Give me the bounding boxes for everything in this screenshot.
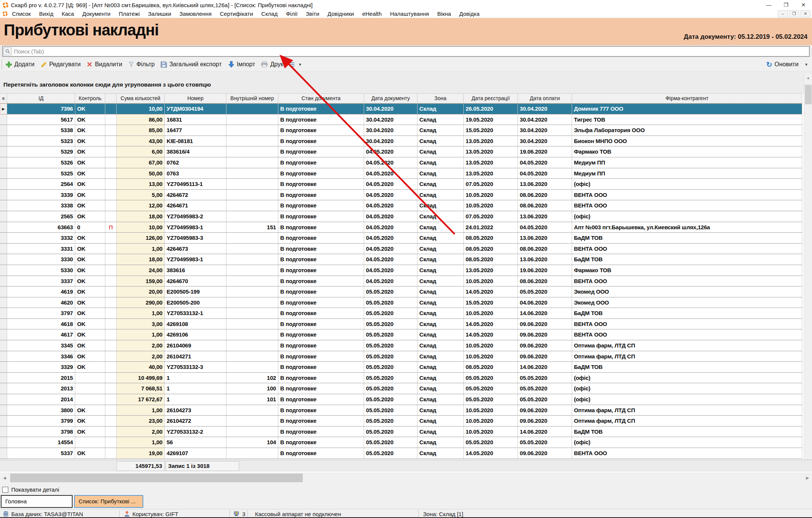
table-row[interactable]: 201417 672,671101В подготовке05.05.2020С…	[0, 394, 802, 405]
horizontal-scrollbar-thumb[interactable]	[10, 474, 303, 482]
menu-item[interactable]: Залишки	[148, 11, 172, 17]
add-button[interactable]: Додати	[6, 61, 35, 68]
vertical-scrollbar[interactable]: ▲ ▼	[804, 73, 812, 472]
table-row[interactable]: 5337OK19,004269107В подготовке05.05.2020…	[0, 448, 802, 459]
table-row[interactable]: 3331OK1,004264673В подготовке04.05.2020С…	[0, 244, 802, 254]
export-button[interactable]: Загальний експорт	[161, 61, 222, 68]
table-row[interactable]: 4618OK3,004269108В подготовке05.05.2020С…	[0, 319, 802, 330]
column-header-doc_date[interactable]: Дата документу	[364, 94, 417, 103]
table-row[interactable]: 5338OK85,0016477В подготовке30.04.2020Ск…	[0, 125, 802, 136]
refresh-button[interactable]: ↻ Оновити ▼	[766, 60, 808, 69]
cell-marker	[0, 276, 7, 286]
menu-item[interactable]: Платежі	[119, 11, 140, 17]
print-button[interactable]: Друк	[261, 61, 283, 68]
table-row[interactable]: 3330OK18,00YZ70495983-1В подготовке04.05…	[0, 254, 802, 265]
table-row[interactable]: 3800OK1,0026104273В подготовке05.05.2020…	[0, 405, 802, 416]
horizontal-scrollbar[interactable]: ◄ ►	[0, 472, 812, 483]
menu-item[interactable]: Вихід	[39, 11, 53, 17]
table-row[interactable]: 3799OK23,0026104272В подготовке05.05.202…	[0, 416, 802, 427]
edit-button[interactable]: Редагувати	[41, 61, 81, 68]
table-row[interactable]: 4620OK290,00E200505-200В подготовке05.05…	[0, 297, 802, 308]
table-row[interactable]: 4617OK1,004269106В подготовке05.05.2020С…	[0, 329, 802, 340]
menu-item[interactable]: Список	[12, 11, 31, 17]
table-row[interactable]: 4619OK20,00E200505-199В подготовке05.05.…	[0, 286, 802, 297]
menu-item[interactable]: Склад	[261, 11, 278, 17]
show-details-toggle[interactable]: Показувати деталі	[2, 486, 59, 493]
table-row[interactable]: 3329OK40,00YZ70533132-3В подготовке05.05…	[0, 362, 802, 373]
cell-internal: 104	[226, 437, 278, 448]
table-row[interactable]: 3346OK2,0026104271В подготовке05.05.2020…	[0, 351, 802, 362]
table-row[interactable]: 3345OK2,0026104069В подготовке05.05.2020…	[0, 340, 802, 351]
table-row[interactable]: 20137 068,511100В подготовке05.05.2020Ск…	[0, 383, 802, 394]
tab-list-active[interactable]: Список: Прибуткові ...	[74, 495, 143, 508]
cell-firm: ВЕНТА ООО	[572, 276, 802, 286]
table-row[interactable]: 5330OK24,00383616В подготовке04.05.2020С…	[0, 265, 802, 276]
table-row[interactable]: 2564OK13,00YZ70495113-1В подготовке04.05…	[0, 179, 802, 190]
document-date-range: Дата документу: 05.12.2019 - 05.02.2024	[684, 33, 807, 41]
menu-item[interactable]: eHealth	[362, 11, 382, 17]
menu-item[interactable]: Налаштування	[390, 11, 429, 17]
cell-reg_date: 05.05.2020	[464, 394, 518, 405]
child-restore-icon[interactable]: ❐	[789, 10, 799, 17]
table-row[interactable]: 2565OK18,00YZ70495983-2В подготовке04.05…	[0, 211, 802, 222]
menu-item[interactable]: Вікна	[437, 11, 451, 17]
toolbar-grip[interactable]	[2, 59, 3, 69]
scroll-up-icon[interactable]: ▲	[804, 73, 812, 82]
table-row[interactable]: 3798OK2,00YZ70533132-2В подготовке05.05.…	[0, 427, 802, 437]
table-row[interactable]: 3797OK1,00YZ70533132-1В подготовке05.05.…	[0, 308, 802, 319]
view-list-button[interactable]: ▼	[289, 62, 302, 67]
table-row[interactable]: 5617OK86,0016831В подготовке30.04.2020Ск…	[0, 114, 802, 125]
table-row[interactable]: 145541,0056104В подготовке05.05.2020Скла…	[0, 437, 802, 448]
menu-item[interactable]: Документи	[82, 11, 111, 17]
column-header-reg_date[interactable]: Дата реєстрації	[464, 94, 518, 103]
column-header-zone[interactable]: Зона	[417, 94, 464, 103]
column-header-internal[interactable]: Внутрішній номер	[226, 94, 278, 103]
table-row[interactable]: 5323OK43,00KIE-08181В подготовке30.04.20…	[0, 136, 802, 147]
column-header-number[interactable]: Номер	[165, 94, 226, 103]
scroll-right-icon[interactable]: ►	[803, 472, 812, 483]
child-close-icon[interactable]: ✕	[800, 10, 810, 17]
cell-control: OK	[75, 351, 105, 362]
column-header-pay_date[interactable]: Дата оплати	[518, 94, 572, 103]
column-header-marker[interactable]: ≣	[0, 94, 7, 103]
restore-icon[interactable]: ❐	[777, 2, 795, 8]
column-header-state[interactable]: Стан документа	[278, 94, 364, 103]
child-minimize-icon[interactable]: –	[778, 10, 788, 17]
tab-home[interactable]: Головна	[1, 495, 73, 508]
import-button[interactable]: Імпорт	[228, 61, 255, 68]
menu-item[interactable]: Каса	[62, 11, 74, 17]
cell-state: В подготовке	[278, 405, 364, 416]
table-row[interactable]: 5329OK6,00383616/4В подготовке04.05.2020…	[0, 146, 802, 157]
column-header-flag[interactable]	[105, 94, 117, 103]
table-row[interactable]: 5326OK67,000762В подготовке04.05.2020Скл…	[0, 157, 802, 168]
menu-item[interactable]: Довідка	[459, 11, 480, 17]
minimize-icon[interactable]: —	[760, 2, 777, 8]
table-row[interactable]: 636630П10,00YZ70495983-1151В подготовке0…	[0, 222, 802, 233]
cell-pay_date: 09.06.2020	[518, 340, 572, 351]
scroll-left-icon[interactable]: ◄	[0, 472, 9, 483]
group-by-bar[interactable]: Перетягніть заголовок колонки сюди для у…	[0, 72, 812, 93]
table-row[interactable]: 3338OK12,004264671В подготовке04.05.2020…	[0, 200, 802, 211]
delete-button[interactable]: Видалити	[87, 61, 122, 68]
checkbox-icon[interactable]	[2, 487, 8, 493]
table-row[interactable]: ▸7396OK10,00УТДМ0304194В подготовке30.04…	[0, 104, 802, 114]
menu-item[interactable]: Сертифікати	[220, 11, 253, 17]
column-header-qty[interactable]: Сума кількостей	[117, 94, 165, 103]
table-row[interactable]: 3332OK126,00YZ70495983-3В подготовке04.0…	[0, 233, 802, 244]
filter-button[interactable]: Фільтр	[128, 61, 155, 68]
menu-item[interactable]: Звіти	[306, 11, 319, 17]
column-header-control[interactable]: Контроль	[75, 94, 105, 103]
menu-item[interactable]: Довідники	[328, 11, 354, 17]
search-input[interactable]	[12, 48, 809, 55]
menu-item[interactable]: Філії	[286, 11, 297, 17]
cell-id: 3798	[7, 427, 75, 437]
vertical-scrollbar-thumb[interactable]	[805, 85, 812, 104]
column-header-id[interactable]: ІД	[7, 94, 75, 103]
table-row[interactable]: 3337OK159,004264670В подготовке04.05.202…	[0, 276, 802, 287]
menu-item[interactable]: Замовлення	[179, 11, 211, 17]
close-icon[interactable]: ✕	[795, 2, 812, 8]
table-row[interactable]: 5325OK50,000763В подготовке04.05.2020Скл…	[0, 168, 802, 179]
table-row[interactable]: 3339OK5,004264672В подготовке04.05.2020С…	[0, 190, 802, 201]
column-header-firm[interactable]: Фірма-контрагент	[572, 94, 802, 103]
table-row[interactable]: 201510 499,691102В подготовке05.05.2020С…	[0, 373, 802, 384]
